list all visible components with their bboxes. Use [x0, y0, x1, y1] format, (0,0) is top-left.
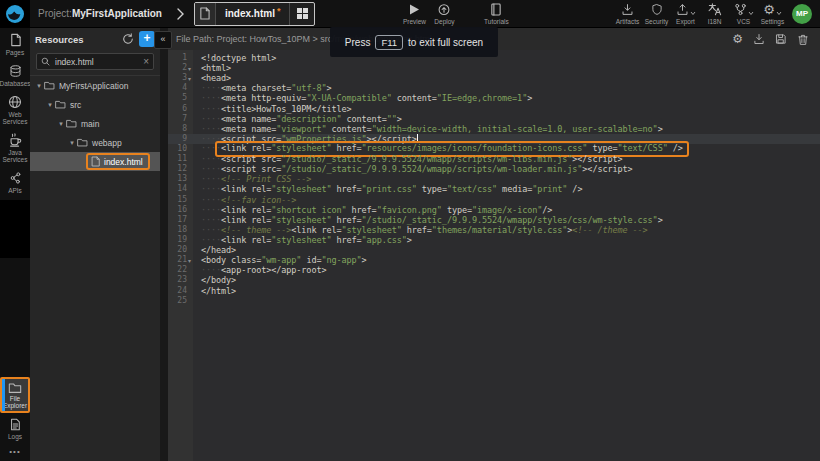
code-line[interactable]: 23</body> — [168, 275, 820, 285]
code-line[interactable]: 6····<title>HowTos_10PM</title> — [168, 104, 820, 114]
code-line[interactable]: 14····<link rel="stylesheet" href="print… — [168, 184, 820, 194]
caret-down-icon[interactable]: ▾ — [45, 101, 55, 109]
save-icon[interactable] — [775, 33, 787, 45]
code-line[interactable]: 24</html> — [168, 286, 820, 296]
code-text[interactable]: ····<meta http-equiv="X-UA-Compatible" c… — [201, 93, 532, 103]
editor-toolbar: ⚙ — [732, 33, 809, 46]
settings-button[interactable]: ⚙ Settings — [758, 0, 787, 28]
code-editor[interactable]: 1<!doctype html>2▾<html>3▾<head>4····<me… — [168, 50, 820, 461]
fold-caret-icon[interactable]: ▾ — [188, 75, 194, 82]
sidebar-item-file-explorer[interactable]: File Explorer — [0, 377, 30, 413]
export-button[interactable]: Export — [671, 0, 700, 28]
app-logo[interactable] — [0, 0, 30, 28]
fold-caret-icon[interactable]: ▾ — [188, 257, 194, 264]
code-line[interactable]: 5····<meta http-equiv="X-UA-Compatible" … — [168, 93, 820, 103]
code-line[interactable]: 19····<link rel="stylesheet" href="app.c… — [168, 235, 820, 245]
code-text[interactable]: ····<link rel="stylesheet" href="app.css… — [201, 235, 412, 245]
code-text[interactable]: <html> — [201, 63, 231, 73]
sidebar-item-pages[interactable]: Pages — [0, 28, 30, 59]
code-line[interactable]: 11····<script src="/studio/_static_/9.9.… — [168, 154, 820, 164]
code-text[interactable]: ····<link rel="stylesheet" href="/studio… — [201, 215, 663, 225]
code-text[interactable]: ····<!-- theme --><link rel="stylesheet"… — [201, 225, 648, 235]
i18n-label: I18N — [708, 18, 722, 25]
code-line[interactable]: 3▾<head> — [168, 73, 820, 83]
fold-caret-icon[interactable]: ▾ — [188, 65, 194, 72]
code-line[interactable]: 7····<meta name="description" content=""… — [168, 114, 820, 124]
tutorials-button[interactable]: Tutorials — [481, 0, 511, 28]
selected-indicator — [2, 379, 5, 411]
code-text[interactable]: ····<script src="/studio/_static_/9.9.9.… — [201, 164, 633, 174]
settings-label: Settings — [761, 18, 785, 25]
sidebar-item-apis[interactable]: APIs — [0, 166, 30, 197]
code-line[interactable]: 16····<link rel="shortcut icon" href="fa… — [168, 205, 820, 215]
code-text[interactable]: ····<meta charset="utf-8"> — [201, 83, 331, 93]
translate-icon — [708, 3, 722, 16]
tree-item-main[interactable]: ▾ main — [30, 114, 160, 133]
tree-item-webapp[interactable]: ▾ webapp — [30, 133, 160, 152]
tree-item-myfirstapplication[interactable]: ▾ MyFirstApplication — [30, 76, 160, 95]
code-text[interactable]: </head> — [201, 245, 236, 255]
preview-button[interactable]: Preview — [399, 0, 429, 28]
deploy-button[interactable]: Deploy — [429, 0, 459, 28]
layout-grid-icon[interactable] — [289, 3, 314, 25]
trash-icon[interactable] — [797, 33, 809, 46]
code-text[interactable]: ····<meta name="viewport" content="width… — [201, 124, 663, 134]
code-line[interactable]: 20</head> — [168, 245, 820, 255]
refresh-icon[interactable] — [122, 33, 134, 45]
vcs-button[interactable]: VCS — [729, 0, 758, 28]
code-text[interactable]: </html> — [201, 286, 236, 296]
caret-down-icon[interactable]: ▾ — [56, 120, 66, 128]
code-line[interactable]: 4····<meta charset="utf-8"> — [168, 83, 820, 93]
tree-item-index-html[interactable]: index.html — [30, 152, 160, 171]
code-text[interactable]: ····<app-root></app-root> — [201, 265, 326, 275]
code-text[interactable]: ····<script src="/studio/_static_/9.9.9.… — [201, 154, 623, 164]
editor-settings-gear-icon[interactable]: ⚙ — [732, 33, 743, 46]
database-icon — [9, 64, 22, 78]
line-number: 20 — [168, 245, 187, 255]
tree-item-src[interactable]: ▾ src — [30, 95, 160, 114]
i18n-button[interactable]: I18N — [700, 0, 729, 28]
code-line[interactable]: 18····<!-- theme --><link rel="styleshee… — [168, 225, 820, 235]
code-text[interactable]: ····<!-- Print CSS --> — [201, 174, 311, 184]
panel-splitter[interactable] — [160, 28, 168, 461]
caret-down-icon[interactable]: ▾ — [67, 139, 77, 147]
code-lines-container: 1<!doctype html>2▾<html>3▾<head>4····<me… — [168, 53, 820, 306]
code-text[interactable]: ····<!--fav icon--> — [201, 195, 296, 205]
sidebar-item-web-services[interactable]: Web Services — [0, 90, 30, 128]
search-input[interactable] — [53, 56, 140, 68]
security-button[interactable]: Security — [642, 0, 671, 28]
more-options-ellipsis-icon[interactable]: ••• — [9, 443, 20, 461]
code-text[interactable]: ····<link rel="shortcut icon" href="favi… — [201, 205, 552, 215]
sidebar-item-logs[interactable]: Logs — [0, 413, 30, 443]
download-icon[interactable] — [753, 33, 765, 45]
code-text[interactable]: ····<link rel="stylesheet" href="print.c… — [201, 184, 582, 194]
code-text[interactable]: ····<title>HowTos_10PM</title> — [201, 104, 352, 114]
code-line[interactable]: 8····<meta name="viewport" content="widt… — [168, 124, 820, 134]
clear-search-icon[interactable]: × — [143, 57, 149, 67]
code-line[interactable]: 15····<!--fav icon--> — [168, 195, 820, 205]
code-text[interactable]: <body class="wm-app" id="ng-app"> — [201, 255, 367, 265]
line-number: 8 — [168, 124, 187, 134]
sidebar-item-java-services[interactable]: Java Services — [0, 128, 30, 166]
code-line[interactable]: 10····<link rel="stylesheet" href="resou… — [168, 144, 820, 154]
code-line[interactable]: 12····<script src="/studio/_static_/9.9.… — [168, 164, 820, 174]
user-avatar[interactable]: MP — [792, 4, 812, 24]
code-line[interactable]: 13····<!-- Print CSS --> — [168, 174, 820, 184]
add-resource-button[interactable]: + — [139, 31, 155, 47]
code-text[interactable]: </body> — [201, 275, 236, 285]
code-line[interactable]: 25 — [168, 296, 820, 306]
resource-search-box[interactable]: × — [36, 53, 154, 70]
line-number: 13 — [168, 174, 187, 184]
code-text[interactable]: <head> — [201, 73, 231, 83]
code-line[interactable]: 17····<link rel="stylesheet" href="/stud… — [168, 215, 820, 225]
collapse-panel-button[interactable]: « — [154, 31, 172, 49]
code-text[interactable]: <!doctype html> — [201, 53, 276, 63]
code-line[interactable]: 2▾<html> — [168, 63, 820, 73]
code-line[interactable]: 22····<app-root></app-root> — [168, 265, 820, 275]
code-text[interactable]: ····<meta name="description" content=""> — [201, 114, 402, 124]
artifacts-button[interactable]: Artifacts — [613, 0, 642, 28]
caret-down-icon[interactable]: ▾ — [34, 82, 44, 90]
sidebar-item-databases[interactable]: Databases — [0, 59, 30, 90]
code-line[interactable]: 21▾<body class="wm-app" id="ng-app"> — [168, 255, 820, 265]
tab-index-html[interactable]: index.html * — [194, 2, 316, 26]
